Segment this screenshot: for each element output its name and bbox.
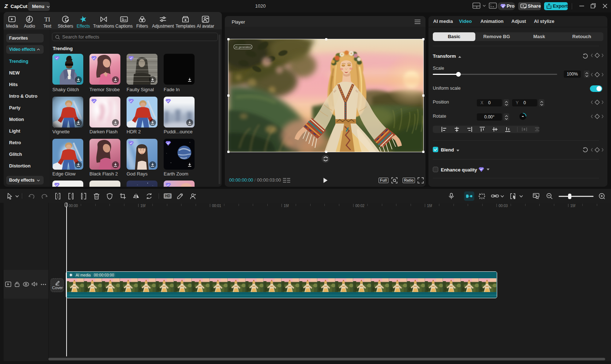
svg-text:CapCut: CapCut (11, 4, 28, 9)
svg-text:TI: TI (44, 16, 50, 23)
svg-text:AI generated: AI generated (235, 45, 251, 49)
svg-text:Z: Z (4, 3, 8, 9)
